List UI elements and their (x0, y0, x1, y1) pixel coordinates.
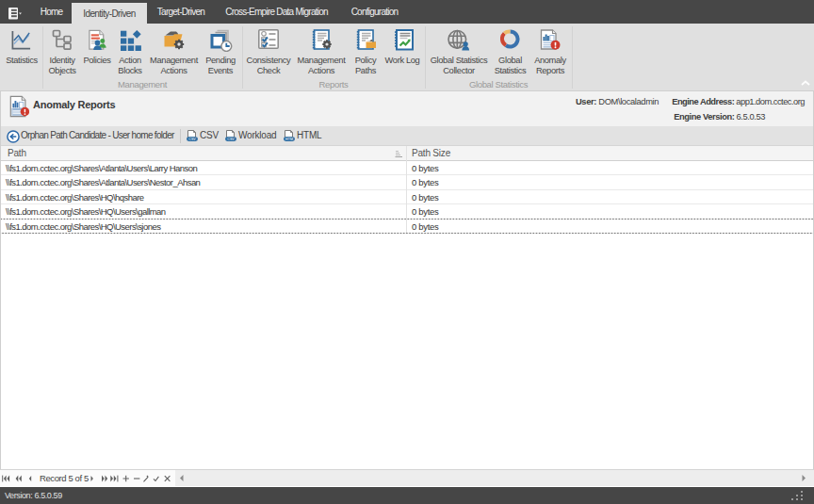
svg-text:HTM: HTM (285, 138, 293, 141)
svg-text:CSV: CSV (227, 138, 235, 141)
svg-text:CSV: CSV (188, 138, 196, 141)
